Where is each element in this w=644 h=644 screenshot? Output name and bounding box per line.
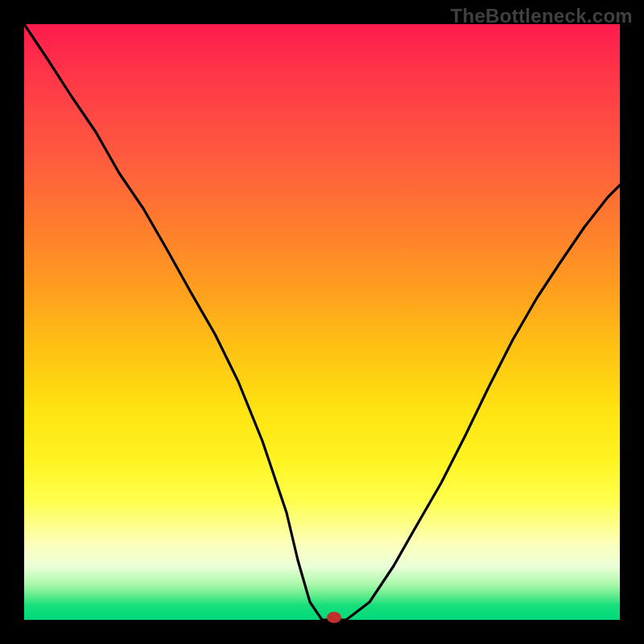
plot-area (24, 24, 620, 620)
marker-dot (327, 612, 341, 623)
chart-frame: TheBottleneck.com (0, 0, 644, 644)
watermark-text: TheBottleneck.com (451, 5, 633, 27)
curve-layer (24, 24, 620, 620)
bottleneck-curve (24, 24, 620, 620)
